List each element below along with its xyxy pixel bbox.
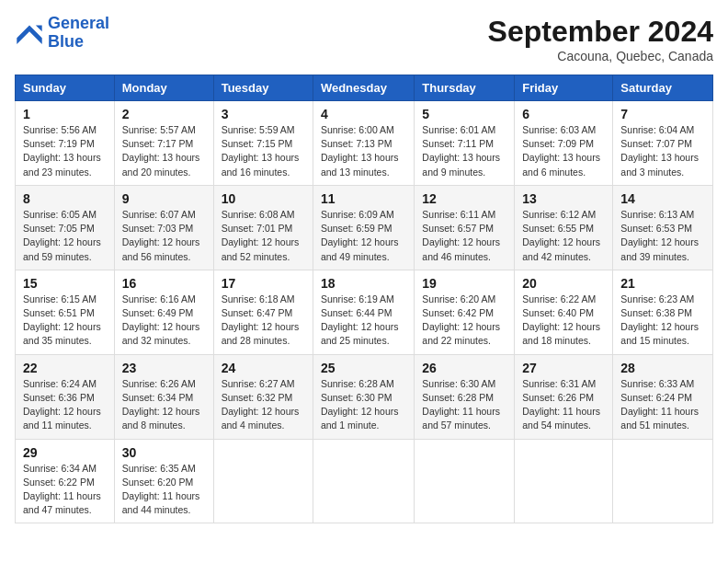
table-row: 15Sunrise: 6:15 AMSunset: 6:51 PMDayligh… bbox=[16, 270, 115, 354]
day-detail: Sunrise: 6:04 AMSunset: 7:07 PMDaylight:… bbox=[620, 124, 699, 178]
day-number: 19 bbox=[422, 276, 506, 291]
day-number: 28 bbox=[620, 361, 705, 375]
calendar-table: Sunday Monday Tuesday Wednesday Thursday… bbox=[15, 75, 713, 523]
day-detail: Sunrise: 6:27 AMSunset: 6:32 PMDaylight:… bbox=[222, 378, 300, 431]
table-row: 3Sunrise: 5:59 AMSunset: 7:15 PMDaylight… bbox=[213, 101, 313, 186]
col-friday: Friday bbox=[515, 75, 613, 101]
day-detail: Sunrise: 6:18 AMSunset: 6:47 PMDaylight:… bbox=[222, 293, 300, 347]
table-row: 1Sunrise: 5:56 AMSunset: 7:19 PMDaylight… bbox=[16, 101, 115, 186]
logo-text: General Blue bbox=[48, 15, 109, 52]
day-detail: Sunrise: 5:56 AMSunset: 7:19 PMDaylight:… bbox=[23, 124, 101, 178]
table-row: 12Sunrise: 6:11 AMSunset: 6:57 PMDayligh… bbox=[415, 185, 515, 270]
day-number: 12 bbox=[422, 191, 506, 206]
col-thursday: Thursday bbox=[415, 75, 515, 101]
day-detail: Sunrise: 6:11 AMSunset: 6:57 PMDaylight:… bbox=[422, 209, 500, 262]
day-detail: Sunrise: 6:24 AMSunset: 6:36 PMDaylight:… bbox=[23, 378, 101, 431]
table-row: 5Sunrise: 6:01 AMSunset: 7:11 PMDaylight… bbox=[415, 101, 515, 186]
day-number: 11 bbox=[321, 191, 406, 206]
day-number: 9 bbox=[122, 191, 206, 206]
day-detail: Sunrise: 6:13 AMSunset: 6:53 PMDaylight:… bbox=[620, 209, 699, 262]
day-detail: Sunrise: 6:05 AMSunset: 7:05 PMDaylight:… bbox=[23, 209, 101, 262]
table-row: 29Sunrise: 6:34 AMSunset: 6:22 PMDayligh… bbox=[16, 439, 115, 523]
day-detail: Sunrise: 6:00 AMSunset: 7:13 PMDaylight:… bbox=[321, 124, 399, 178]
day-number: 23 bbox=[122, 361, 206, 375]
table-row: 14Sunrise: 6:13 AMSunset: 6:53 PMDayligh… bbox=[613, 185, 713, 270]
day-number: 24 bbox=[222, 361, 305, 375]
table-row: 19Sunrise: 6:20 AMSunset: 6:42 PMDayligh… bbox=[415, 270, 515, 354]
day-number: 4 bbox=[321, 107, 406, 121]
logo-icon bbox=[15, 22, 44, 44]
day-detail: Sunrise: 6:31 AMSunset: 6:26 PMDaylight:… bbox=[522, 378, 600, 431]
day-detail: Sunrise: 6:34 AMSunset: 6:22 PMDaylight:… bbox=[23, 463, 101, 516]
calendar-week-row: 15Sunrise: 6:15 AMSunset: 6:51 PMDayligh… bbox=[16, 270, 713, 354]
day-number: 10 bbox=[222, 191, 305, 206]
day-detail: Sunrise: 6:35 AMSunset: 6:20 PMDaylight:… bbox=[122, 463, 200, 516]
calendar-header-row: Sunday Monday Tuesday Wednesday Thursday… bbox=[16, 75, 713, 101]
table-row: 26Sunrise: 6:30 AMSunset: 6:28 PMDayligh… bbox=[415, 354, 515, 439]
day-number: 5 bbox=[422, 107, 506, 121]
table-row: 11Sunrise: 6:09 AMSunset: 6:59 PMDayligh… bbox=[313, 185, 414, 270]
day-detail: Sunrise: 6:08 AMSunset: 7:01 PMDaylight:… bbox=[222, 209, 300, 262]
day-detail: Sunrise: 6:19 AMSunset: 6:44 PMDaylight:… bbox=[321, 293, 399, 347]
day-detail: Sunrise: 6:23 AMSunset: 6:38 PMDaylight:… bbox=[620, 293, 699, 347]
day-number: 15 bbox=[23, 276, 107, 291]
table-row: 25Sunrise: 6:28 AMSunset: 6:30 PMDayligh… bbox=[313, 354, 414, 439]
day-number: 30 bbox=[122, 445, 206, 460]
day-detail: Sunrise: 6:33 AMSunset: 6:24 PMDaylight:… bbox=[620, 378, 699, 431]
table-row bbox=[613, 439, 713, 523]
table-row bbox=[515, 439, 613, 523]
day-number: 14 bbox=[620, 191, 705, 206]
table-row: 2Sunrise: 5:57 AMSunset: 7:17 PMDaylight… bbox=[114, 101, 213, 186]
day-detail: Sunrise: 6:07 AMSunset: 7:03 PMDaylight:… bbox=[122, 209, 200, 262]
day-detail: Sunrise: 6:15 AMSunset: 6:51 PMDaylight:… bbox=[23, 293, 101, 347]
day-number: 25 bbox=[321, 361, 406, 375]
col-monday: Monday bbox=[114, 75, 213, 101]
day-detail: Sunrise: 5:57 AMSunset: 7:17 PMDaylight:… bbox=[122, 124, 200, 178]
logo-line2: Blue bbox=[48, 32, 84, 51]
day-detail: Sunrise: 6:09 AMSunset: 6:59 PMDaylight:… bbox=[321, 209, 399, 262]
table-row: 22Sunrise: 6:24 AMSunset: 6:36 PMDayligh… bbox=[16, 354, 115, 439]
logo: General Blue bbox=[15, 15, 109, 52]
day-number: 2 bbox=[122, 107, 206, 121]
month-title: September 2024 bbox=[488, 15, 713, 49]
table-row: 6Sunrise: 6:03 AMSunset: 7:09 PMDaylight… bbox=[515, 101, 613, 186]
table-row: 17Sunrise: 6:18 AMSunset: 6:47 PMDayligh… bbox=[213, 270, 313, 354]
day-number: 22 bbox=[23, 361, 107, 375]
day-number: 18 bbox=[321, 276, 406, 291]
table-row bbox=[213, 439, 313, 523]
day-detail: Sunrise: 6:16 AMSunset: 6:49 PMDaylight:… bbox=[122, 293, 200, 347]
day-number: 29 bbox=[23, 445, 107, 460]
day-number: 8 bbox=[23, 191, 107, 206]
day-number: 13 bbox=[522, 191, 605, 206]
table-row: 24Sunrise: 6:27 AMSunset: 6:32 PMDayligh… bbox=[213, 354, 313, 439]
table-row: 10Sunrise: 6:08 AMSunset: 7:01 PMDayligh… bbox=[213, 185, 313, 270]
day-number: 16 bbox=[122, 276, 206, 291]
day-number: 27 bbox=[522, 361, 605, 375]
table-row: 9Sunrise: 6:07 AMSunset: 7:03 PMDaylight… bbox=[114, 185, 213, 270]
location: Cacouna, Quebec, Canada bbox=[488, 49, 713, 63]
day-detail: Sunrise: 6:26 AMSunset: 6:34 PMDaylight:… bbox=[122, 378, 200, 431]
day-number: 6 bbox=[522, 107, 605, 121]
col-sunday: Sunday bbox=[16, 75, 115, 101]
day-detail: Sunrise: 6:30 AMSunset: 6:28 PMDaylight:… bbox=[422, 378, 500, 431]
table-row: 4Sunrise: 6:00 AMSunset: 7:13 PMDaylight… bbox=[313, 101, 414, 186]
day-detail: Sunrise: 6:12 AMSunset: 6:55 PMDaylight:… bbox=[522, 209, 600, 262]
table-row: 8Sunrise: 6:05 AMSunset: 7:05 PMDaylight… bbox=[16, 185, 115, 270]
logo-line1: General bbox=[48, 14, 109, 32]
table-row: 20Sunrise: 6:22 AMSunset: 6:40 PMDayligh… bbox=[515, 270, 613, 354]
calendar-week-row: 29Sunrise: 6:34 AMSunset: 6:22 PMDayligh… bbox=[16, 439, 713, 523]
day-detail: Sunrise: 6:03 AMSunset: 7:09 PMDaylight:… bbox=[522, 124, 600, 178]
day-number: 21 bbox=[620, 276, 705, 291]
table-row: 27Sunrise: 6:31 AMSunset: 6:26 PMDayligh… bbox=[515, 354, 613, 439]
calendar-week-row: 22Sunrise: 6:24 AMSunset: 6:36 PMDayligh… bbox=[16, 354, 713, 439]
day-number: 26 bbox=[422, 361, 506, 375]
table-row: 28Sunrise: 6:33 AMSunset: 6:24 PMDayligh… bbox=[613, 354, 713, 439]
day-number: 1 bbox=[23, 107, 107, 121]
day-detail: Sunrise: 6:01 AMSunset: 7:11 PMDaylight:… bbox=[422, 124, 500, 178]
day-detail: Sunrise: 6:20 AMSunset: 6:42 PMDaylight:… bbox=[422, 293, 500, 347]
table-row: 30Sunrise: 6:35 AMSunset: 6:20 PMDayligh… bbox=[114, 439, 213, 523]
day-detail: Sunrise: 6:28 AMSunset: 6:30 PMDaylight:… bbox=[321, 378, 399, 431]
day-number: 20 bbox=[522, 276, 605, 291]
table-row: 18Sunrise: 6:19 AMSunset: 6:44 PMDayligh… bbox=[313, 270, 414, 354]
calendar-week-row: 8Sunrise: 6:05 AMSunset: 7:05 PMDaylight… bbox=[16, 185, 713, 270]
